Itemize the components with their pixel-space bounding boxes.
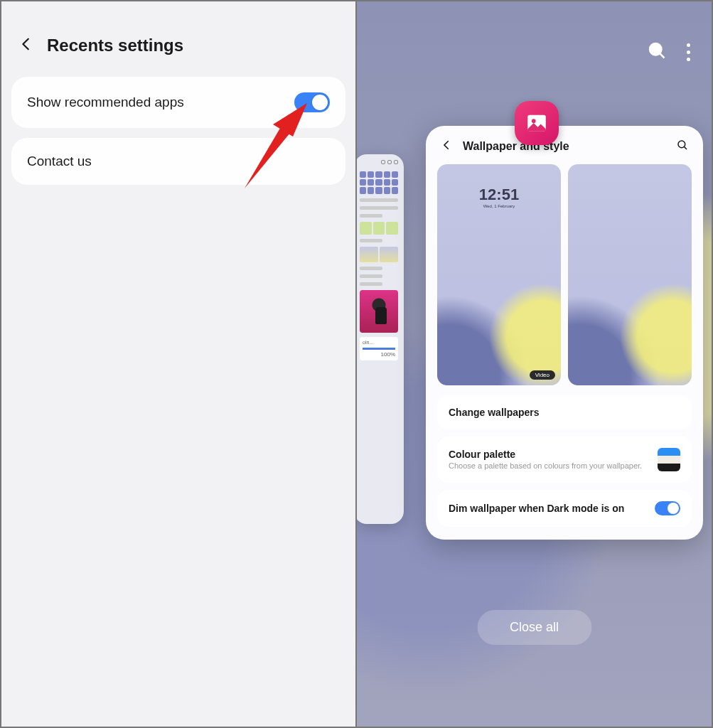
search-icon[interactable]	[676, 139, 689, 154]
svg-line-7	[685, 147, 687, 149]
dim-toggle[interactable]	[655, 501, 680, 515]
recents-screen: oin... 100% Wallpaper and style 12:51	[356, 0, 713, 728]
show-recommended-toggle[interactable]	[294, 92, 330, 112]
back-icon[interactable]	[18, 36, 34, 55]
dim-wallpaper-row[interactable]: Dim wallpaper when Dark mode is on	[437, 490, 692, 527]
clock-date: Wed, 1 February	[437, 204, 561, 208]
setting-label: Change wallpapers	[449, 407, 540, 418]
recent-card-peek[interactable]: oin... 100%	[356, 154, 404, 524]
clock-time: 12:51	[437, 186, 561, 204]
close-all-button[interactable]: Close all	[477, 610, 591, 645]
top-actions	[647, 41, 690, 63]
photo-thumb	[360, 290, 398, 333]
setting-label: Show recommended apps	[27, 95, 184, 110]
change-wallpapers-row[interactable]: Change wallpapers	[437, 395, 692, 429]
download-card: oin... 100%	[360, 337, 398, 360]
close-all-label: Close all	[510, 620, 559, 634]
back-icon[interactable]	[440, 139, 453, 154]
setting-label: Dim wallpaper when Dark mode is on	[449, 503, 624, 514]
setting-label: Contact us	[27, 154, 92, 169]
lockscreen-preview[interactable]: 12:51 Wed, 1 February Video	[437, 164, 561, 385]
search-icon[interactable]	[647, 41, 667, 63]
download-name: oin...	[363, 340, 395, 345]
svg-point-6	[678, 141, 685, 148]
svg-point-2	[650, 43, 661, 55]
palette-swatch-icon	[658, 448, 680, 471]
svg-line-3	[660, 54, 665, 58]
setting-subtitle: Choose a palette based on colours from y…	[449, 461, 642, 471]
gallery-app-icon[interactable]	[515, 101, 559, 145]
colour-palette-row[interactable]: Colour palette Choose a palette based on…	[437, 437, 692, 483]
homescreen-preview[interactable]	[568, 164, 692, 385]
card-header: Wallpaper and style	[426, 126, 703, 164]
download-percent: 100%	[363, 351, 395, 358]
contact-us-row[interactable]: Contact us	[11, 138, 345, 185]
recent-card-wallpaper[interactable]: Wallpaper and style 12:51 Wed, 1 Februar…	[426, 126, 703, 540]
svg-point-5	[532, 119, 536, 123]
more-icon[interactable]	[687, 43, 690, 61]
settings-screen: Recents settings Show recommended apps C…	[0, 0, 356, 728]
video-badge: Video	[530, 370, 555, 380]
page-title: Recents settings	[47, 36, 183, 55]
header: Recents settings	[1, 1, 355, 77]
setting-label: Colour palette	[449, 449, 642, 460]
wallpaper-previews: 12:51 Wed, 1 February Video	[426, 164, 703, 395]
show-recommended-apps-row[interactable]: Show recommended apps	[11, 77, 345, 128]
